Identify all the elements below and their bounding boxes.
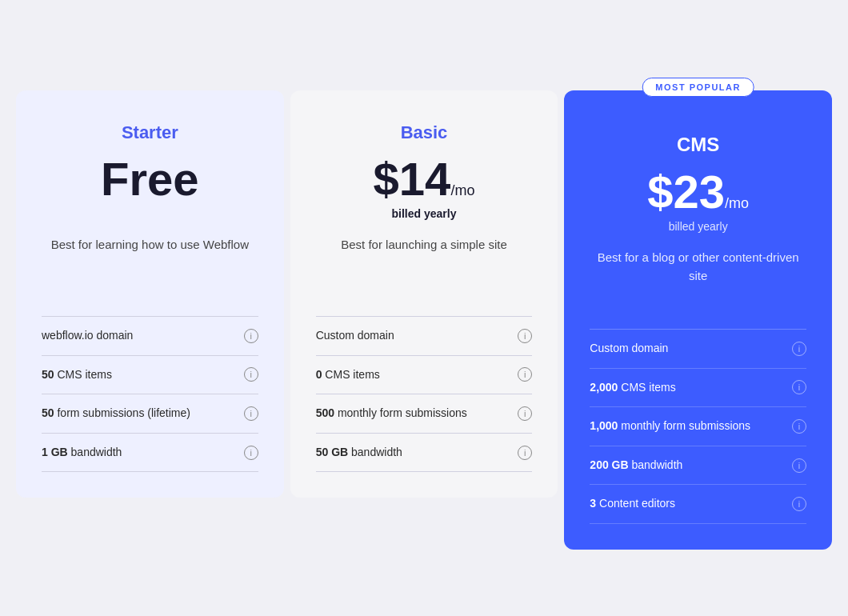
plan-name-basic: Basic xyxy=(316,122,533,143)
plan-name-cms: CMS xyxy=(590,134,806,156)
info-icon-cms-4[interactable]: i xyxy=(792,497,806,511)
feature-text-basic-2: 500 monthly form submissions xyxy=(316,406,512,422)
feature-text-cms-0: Custom domain xyxy=(590,341,786,357)
info-icon-basic-2[interactable]: i xyxy=(518,406,532,421)
feature-text-basic-3: 50 GB bandwidth xyxy=(316,445,512,461)
feature-item-starter-0: webflow.io domain i xyxy=(42,317,258,356)
feature-text-starter-2: 50 form submissions (lifetime) xyxy=(42,406,238,422)
plan-price-amount-cms: $23 xyxy=(647,166,725,218)
info-icon-starter-3[interactable]: i xyxy=(244,446,258,460)
plan-price-suffix-cms: /mo xyxy=(725,195,749,211)
feature-text-cms-4: 3 Content editors xyxy=(590,496,786,512)
feature-text-starter-0: webflow.io domain xyxy=(42,328,238,344)
feature-text-basic-0: Custom domain xyxy=(316,328,512,344)
feature-item-basic-3: 50 GB bandwidth i xyxy=(316,434,533,473)
plan-price-cms: $23/mo xyxy=(590,169,806,215)
most-popular-badge: MOST POPULAR xyxy=(642,78,754,97)
plan-billing-cms: billed yearly xyxy=(590,220,806,233)
feature-text-starter-3: 1 GB bandwidth xyxy=(42,445,238,461)
feature-item-basic-0: Custom domain i xyxy=(316,317,533,356)
feature-text-cms-3: 200 GB bandwidth xyxy=(590,458,786,474)
plan-price-basic: $14/mo xyxy=(316,156,533,202)
info-icon-cms-3[interactable]: i xyxy=(792,458,806,473)
plan-billing-basic: billed yearly xyxy=(316,207,533,220)
info-icon-cms-2[interactable]: i xyxy=(792,419,806,434)
info-icon-basic-3[interactable]: i xyxy=(518,446,532,460)
feature-text-starter-1: 50 CMS items xyxy=(42,367,238,383)
info-icon-basic-1[interactable]: i xyxy=(518,367,532,382)
info-icon-basic-0[interactable]: i xyxy=(518,329,532,343)
plan-card-basic: Basic $14/mo billed yearlyBest for launc… xyxy=(290,90,558,498)
plan-price-amount-basic: $14 xyxy=(374,153,451,205)
feature-item-starter-3: 1 GB bandwidth i xyxy=(42,434,258,473)
info-icon-cms-1[interactable]: i xyxy=(792,380,806,394)
info-icon-cms-0[interactable]: i xyxy=(792,342,806,356)
plan-price-suffix-basic: /mo xyxy=(450,182,474,198)
plan-name-starter: Starter xyxy=(42,122,258,143)
feature-item-basic-1: 0 CMS items i xyxy=(316,356,533,395)
feature-item-cms-4: 3 Content editors i xyxy=(590,485,806,524)
plan-description-cms: Best for a blog or other content-driven … xyxy=(590,249,806,305)
plan-card-cms: MOST POPULARCMS $23/mo billed yearlyBest… xyxy=(564,90,832,550)
feature-text-cms-2: 1,000 monthly form submissions xyxy=(590,418,786,434)
feature-item-cms-0: Custom domain i xyxy=(590,330,806,369)
feature-item-starter-1: 50 CMS items i xyxy=(42,356,258,395)
feature-item-starter-2: 50 form submissions (lifetime) i xyxy=(42,394,258,434)
feature-item-cms-3: 200 GB bandwidth i xyxy=(590,446,806,486)
pricing-container: StarterFreeplaceholderBest for learning … xyxy=(16,66,832,550)
feature-item-basic-2: 500 monthly form submissions i xyxy=(316,394,533,434)
feature-text-basic-1: 0 CMS items xyxy=(316,367,512,383)
feature-item-cms-2: 1,000 monthly form submissions i xyxy=(590,407,806,446)
info-icon-starter-2[interactable]: i xyxy=(244,406,258,421)
plan-description-starter: Best for learning how to use Webflow xyxy=(42,236,258,292)
plan-price-starter: Free xyxy=(42,156,258,202)
info-icon-starter-0[interactable]: i xyxy=(244,329,258,343)
info-icon-starter-1[interactable]: i xyxy=(244,367,258,382)
plan-card-starter: StarterFreeplaceholderBest for learning … xyxy=(16,90,284,498)
feature-text-cms-1: 2,000 CMS items xyxy=(590,380,786,396)
plan-description-basic: Best for launching a simple site xyxy=(316,236,533,292)
feature-item-cms-1: 2,000 CMS items i xyxy=(590,369,806,408)
